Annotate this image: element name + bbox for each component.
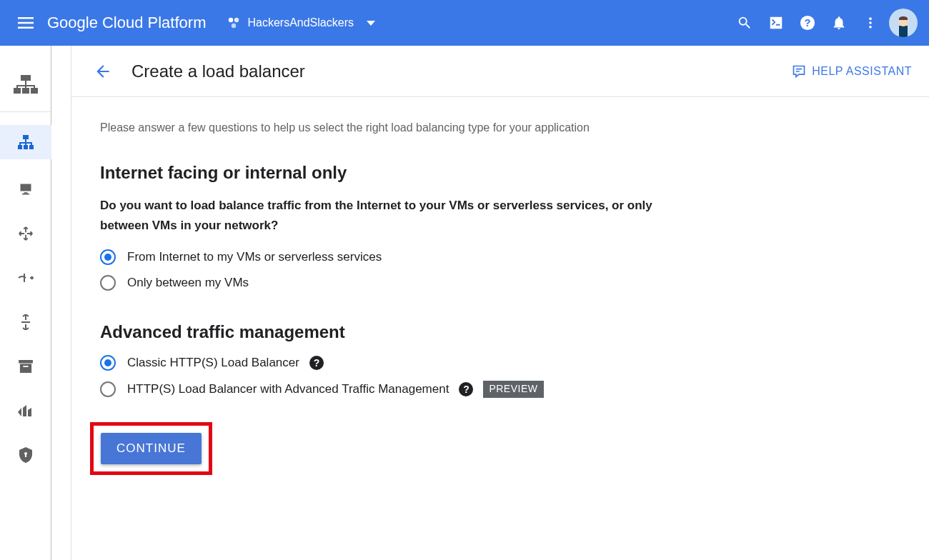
svg-rect-21 xyxy=(24,145,28,149)
archive-icon xyxy=(18,360,34,373)
cloud-shell-button[interactable] xyxy=(760,7,792,39)
svg-rect-32 xyxy=(23,366,28,367)
left-navigation-rail xyxy=(0,46,51,560)
svg-rect-8 xyxy=(899,26,908,37)
svg-point-7 xyxy=(869,26,872,29)
arrow-left-icon xyxy=(94,62,112,81)
dropdown-arrow-icon xyxy=(367,16,375,29)
nav-item-5[interactable] xyxy=(9,308,43,336)
product-name[interactable]: Google Cloud Platform xyxy=(47,14,206,32)
radio-input-advanced[interactable] xyxy=(100,381,116,397)
svg-text:?: ? xyxy=(805,17,811,29)
svg-rect-18 xyxy=(34,85,35,88)
svg-rect-13 xyxy=(31,88,38,94)
radio-input-internal[interactable] xyxy=(100,275,116,291)
svg-rect-22 xyxy=(29,145,34,149)
svg-point-0 xyxy=(229,18,233,22)
section2-heading: Advanced traffic management xyxy=(100,322,743,342)
radio-internal-only[interactable]: Only between my VMs xyxy=(100,275,743,291)
product-name-cloud-platform: Cloud Platform xyxy=(102,14,207,32)
bell-icon xyxy=(831,15,847,31)
nav-item-8[interactable] xyxy=(9,441,43,469)
help-assistant-button[interactable]: HELP ASSISTANT xyxy=(792,64,912,79)
avatar-icon xyxy=(890,11,916,37)
svg-rect-27 xyxy=(31,142,32,145)
product-name-google: Google xyxy=(47,14,98,32)
section1-subheading: Do you want to load balance traffic from… xyxy=(100,196,700,237)
radio-classic-lb[interactable]: Classic HTTP(S) Load Balancer ? xyxy=(100,355,743,371)
radio-label-advanced: HTTP(S) Load Balancer with Advanced Traf… xyxy=(127,382,449,396)
bars-icon xyxy=(18,405,34,416)
svg-rect-30 xyxy=(19,360,33,364)
svg-rect-10 xyxy=(21,75,31,81)
search-button[interactable] xyxy=(729,7,760,39)
back-button[interactable] xyxy=(89,57,117,86)
continue-button[interactable]: CONTINUE xyxy=(101,433,202,464)
svg-rect-20 xyxy=(18,145,22,149)
notifications-button[interactable] xyxy=(823,7,855,39)
svg-rect-11 xyxy=(14,88,21,94)
radio-label-internal: Only between my VMs xyxy=(127,276,249,290)
menu-icon xyxy=(18,17,34,29)
preview-badge: PREVIEW xyxy=(483,381,543,398)
svg-rect-17 xyxy=(25,85,26,88)
radio-label-classic: Classic HTTP(S) Load Balancer xyxy=(127,356,299,370)
radio-internet-facing[interactable]: From Internet to my VMs or serverless se… xyxy=(100,249,743,265)
nav-item-6[interactable] xyxy=(9,352,43,381)
terminal-icon xyxy=(768,15,784,31)
nav-item-3[interactable] xyxy=(9,219,43,248)
continue-highlight-box: CONTINUE xyxy=(90,422,212,475)
svg-point-1 xyxy=(234,18,239,22)
help-button[interactable]: ? xyxy=(792,7,823,39)
move-icon xyxy=(18,226,34,241)
section1-heading: Internet facing or internal only xyxy=(100,163,743,183)
svg-point-2 xyxy=(232,24,236,28)
chat-icon xyxy=(792,64,806,79)
svg-rect-19 xyxy=(23,135,29,139)
inner-left-divider xyxy=(51,46,71,560)
form-content: Please answer a few questions to help us… xyxy=(71,97,772,496)
svg-rect-14 xyxy=(25,81,26,85)
load-balancing-icon xyxy=(18,135,34,149)
more-vert-icon xyxy=(863,16,878,30)
project-name: HackersAndSlackers xyxy=(247,16,354,29)
svg-rect-31 xyxy=(19,364,31,373)
help-assistant-label: HELP ASSISTANT xyxy=(812,65,912,78)
svg-rect-16 xyxy=(16,85,18,88)
svg-rect-28 xyxy=(24,192,27,194)
radio-input-classic[interactable] xyxy=(100,355,116,371)
help-icon: ? xyxy=(800,15,815,31)
radio-label-internet: From Internet to my VMs or serverless se… xyxy=(127,250,382,264)
svg-rect-23 xyxy=(25,139,26,142)
svg-point-6 xyxy=(869,21,872,24)
nav-load-balancing[interactable] xyxy=(0,125,51,159)
svg-point-5 xyxy=(869,17,872,20)
nav-item-2[interactable] xyxy=(9,175,43,204)
global-header: Google Cloud Platform HackersAndSlackers… xyxy=(0,0,929,46)
svg-rect-26 xyxy=(25,142,26,145)
service-category-icon-button[interactable] xyxy=(0,60,51,111)
nat-icon xyxy=(17,271,34,284)
radio-advanced-lb[interactable]: HTTP(S) Load Balancer with Advanced Traf… xyxy=(100,381,743,398)
help-tooltip-classic[interactable]: ? xyxy=(309,356,324,370)
hamburger-menu-button[interactable] xyxy=(11,9,40,37)
monitor-icon xyxy=(18,182,34,196)
project-picker[interactable]: HackersAndSlackers xyxy=(227,16,375,29)
page-title: Create a load balancer xyxy=(131,61,305,81)
more-button[interactable] xyxy=(855,7,886,39)
rail-divider xyxy=(0,111,51,112)
route-icon xyxy=(19,314,33,330)
nav-item-7[interactable] xyxy=(9,396,43,425)
help-tooltip-advanced[interactable]: ? xyxy=(459,382,473,396)
radio-input-internet[interactable] xyxy=(100,249,116,265)
svg-rect-29 xyxy=(22,194,29,195)
svg-rect-34 xyxy=(25,454,26,457)
svg-rect-12 xyxy=(22,88,29,94)
main-content: Create a load balancer HELP ASSISTANT Pl… xyxy=(71,46,929,560)
user-avatar[interactable] xyxy=(889,9,918,37)
nav-item-4[interactable] xyxy=(9,264,43,292)
page-header: Create a load balancer HELP ASSISTANT xyxy=(71,46,929,97)
shield-icon xyxy=(19,447,32,463)
network-services-icon xyxy=(14,75,38,96)
project-icon xyxy=(227,16,240,29)
